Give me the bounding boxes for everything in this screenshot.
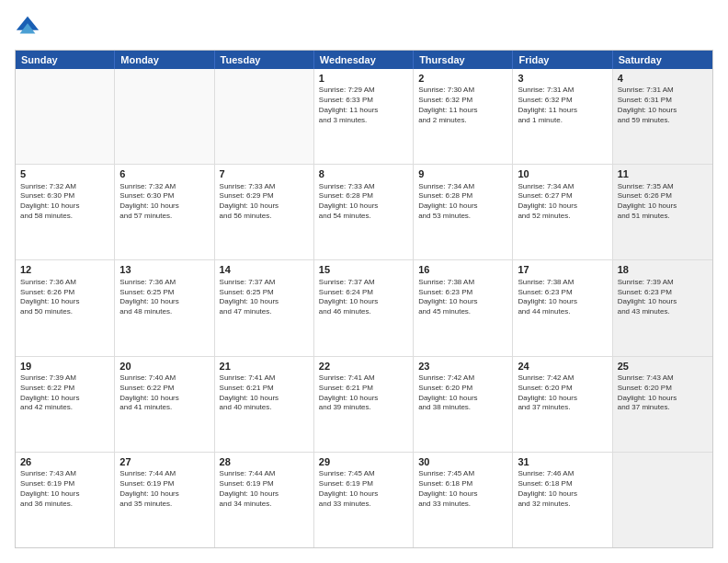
- calendar-day-30: 30Sunrise: 7:45 AM Sunset: 6:18 PM Dayli…: [414, 453, 513, 547]
- day-info: Sunrise: 7:31 AM Sunset: 6:32 PM Dayligh…: [518, 86, 607, 125]
- day-number: 26: [20, 455, 109, 468]
- day-info: Sunrise: 7:36 AM Sunset: 6:25 PM Dayligh…: [119, 278, 209, 317]
- day-info: Sunrise: 7:36 AM Sunset: 6:26 PM Dayligh…: [20, 278, 109, 317]
- day-info: Sunrise: 7:32 AM Sunset: 6:30 PM Dayligh…: [119, 182, 209, 222]
- calendar-day-15: 15Sunrise: 7:37 AM Sunset: 6:24 PM Dayli…: [314, 260, 414, 355]
- day-info: Sunrise: 7:39 AM Sunset: 6:23 PM Dayligh…: [618, 278, 708, 317]
- day-info: Sunrise: 7:34 AM Sunset: 6:27 PM Dayligh…: [518, 182, 607, 222]
- day-info: Sunrise: 7:42 AM Sunset: 6:20 PM Dayligh…: [418, 373, 507, 413]
- calendar-day-28: 28Sunrise: 7:44 AM Sunset: 6:19 PM Dayli…: [215, 453, 314, 547]
- day-info: Sunrise: 7:45 AM Sunset: 6:19 PM Dayligh…: [319, 469, 408, 509]
- day-number: 22: [319, 360, 408, 373]
- calendar-day-6: 6Sunrise: 7:32 AM Sunset: 6:30 PM Daylig…: [115, 165, 214, 259]
- day-number: 15: [319, 263, 408, 276]
- day-number: 30: [418, 455, 507, 468]
- calendar-day-22: 22Sunrise: 7:41 AM Sunset: 6:21 PM Dayli…: [314, 357, 414, 452]
- day-number: 8: [319, 167, 408, 180]
- day-info: Sunrise: 7:30 AM Sunset: 6:32 PM Dayligh…: [418, 86, 507, 125]
- day-number: 9: [418, 167, 507, 180]
- day-number: 14: [220, 263, 309, 276]
- day-number: 27: [119, 455, 209, 468]
- day-number: 24: [518, 360, 607, 373]
- calendar-row-0: 1Sunrise: 7:29 AM Sunset: 6:33 PM Daylig…: [16, 69, 712, 165]
- day-number: 31: [518, 455, 607, 468]
- day-number: 6: [119, 167, 209, 180]
- calendar-row-2: 12Sunrise: 7:36 AM Sunset: 6:26 PM Dayli…: [16, 260, 712, 356]
- day-number: 13: [119, 263, 209, 276]
- day-info: Sunrise: 7:37 AM Sunset: 6:25 PM Dayligh…: [220, 278, 309, 317]
- calendar-header: SundayMondayTuesdayWednesdayThursdayFrid…: [16, 51, 712, 69]
- day-info: Sunrise: 7:31 AM Sunset: 6:31 PM Dayligh…: [618, 86, 708, 125]
- calendar-day-5: 5Sunrise: 7:32 AM Sunset: 6:30 PM Daylig…: [16, 165, 115, 259]
- calendar-day-14: 14Sunrise: 7:37 AM Sunset: 6:25 PM Dayli…: [215, 260, 314, 355]
- weekday-header-tuesday: Tuesday: [215, 51, 314, 69]
- day-number: 19: [20, 360, 109, 373]
- calendar-day-21: 21Sunrise: 7:41 AM Sunset: 6:21 PM Dayli…: [215, 357, 314, 452]
- calendar-row-4: 26Sunrise: 7:43 AM Sunset: 6:19 PM Dayli…: [16, 453, 712, 547]
- day-number: 5: [20, 167, 109, 180]
- calendar-day-11: 11Sunrise: 7:35 AM Sunset: 6:26 PM Dayli…: [613, 165, 712, 259]
- calendar-day-29: 29Sunrise: 7:45 AM Sunset: 6:19 PM Dayli…: [314, 453, 414, 547]
- day-number: 29: [319, 455, 408, 468]
- calendar-day-20: 20Sunrise: 7:40 AM Sunset: 6:22 PM Dayli…: [115, 357, 214, 452]
- calendar-day-4: 4Sunrise: 7:31 AM Sunset: 6:31 PM Daylig…: [613, 69, 712, 164]
- day-info: Sunrise: 7:45 AM Sunset: 6:18 PM Dayligh…: [418, 469, 507, 509]
- calendar-row-1: 5Sunrise: 7:32 AM Sunset: 6:30 PM Daylig…: [16, 165, 712, 260]
- day-number: 16: [418, 263, 507, 276]
- calendar-empty-cell: [215, 69, 314, 164]
- calendar-day-9: 9Sunrise: 7:34 AM Sunset: 6:28 PM Daylig…: [414, 165, 513, 259]
- calendar-day-19: 19Sunrise: 7:39 AM Sunset: 6:22 PM Dayli…: [16, 357, 115, 452]
- day-info: Sunrise: 7:43 AM Sunset: 6:20 PM Dayligh…: [618, 373, 708, 413]
- day-number: 12: [20, 263, 109, 276]
- day-info: Sunrise: 7:32 AM Sunset: 6:30 PM Dayligh…: [20, 182, 109, 222]
- day-info: Sunrise: 7:35 AM Sunset: 6:26 PM Dayligh…: [618, 182, 708, 222]
- calendar-day-8: 8Sunrise: 7:33 AM Sunset: 6:28 PM Daylig…: [314, 165, 414, 259]
- day-info: Sunrise: 7:42 AM Sunset: 6:20 PM Dayligh…: [518, 373, 607, 413]
- day-info: Sunrise: 7:38 AM Sunset: 6:23 PM Dayligh…: [418, 278, 507, 317]
- day-info: Sunrise: 7:29 AM Sunset: 6:33 PM Dayligh…: [319, 86, 408, 125]
- day-info: Sunrise: 7:39 AM Sunset: 6:22 PM Dayligh…: [20, 373, 109, 413]
- day-info: Sunrise: 7:40 AM Sunset: 6:22 PM Dayligh…: [119, 373, 209, 413]
- calendar-day-23: 23Sunrise: 7:42 AM Sunset: 6:20 PM Dayli…: [414, 357, 513, 452]
- day-info: Sunrise: 7:41 AM Sunset: 6:21 PM Dayligh…: [220, 373, 309, 413]
- day-info: Sunrise: 7:44 AM Sunset: 6:19 PM Dayligh…: [220, 469, 309, 509]
- calendar-empty-cell: [16, 69, 115, 164]
- weekday-header-thursday: Thursday: [414, 51, 513, 69]
- weekday-header-saturday: Saturday: [613, 51, 712, 69]
- day-number: 1: [319, 72, 408, 85]
- day-number: 17: [518, 263, 607, 276]
- logo: [15, 15, 44, 40]
- day-number: 21: [220, 360, 309, 373]
- day-info: Sunrise: 7:33 AM Sunset: 6:29 PM Dayligh…: [220, 182, 309, 222]
- day-info: Sunrise: 7:38 AM Sunset: 6:23 PM Dayligh…: [518, 278, 607, 317]
- calendar-day-25: 25Sunrise: 7:43 AM Sunset: 6:20 PM Dayli…: [613, 357, 712, 452]
- calendar-body: 1Sunrise: 7:29 AM Sunset: 6:33 PM Daylig…: [16, 69, 712, 547]
- calendar-day-2: 2Sunrise: 7:30 AM Sunset: 6:32 PM Daylig…: [414, 69, 513, 164]
- calendar-day-17: 17Sunrise: 7:38 AM Sunset: 6:23 PM Dayli…: [513, 260, 612, 355]
- day-number: 2: [418, 72, 507, 85]
- day-number: 28: [220, 455, 309, 468]
- calendar-day-31: 31Sunrise: 7:46 AM Sunset: 6:18 PM Dayli…: [513, 453, 612, 547]
- calendar-day-26: 26Sunrise: 7:43 AM Sunset: 6:19 PM Dayli…: [16, 453, 115, 547]
- calendar-day-10: 10Sunrise: 7:34 AM Sunset: 6:27 PM Dayli…: [513, 165, 612, 259]
- calendar-day-13: 13Sunrise: 7:36 AM Sunset: 6:25 PM Dayli…: [115, 260, 214, 355]
- day-number: 10: [518, 167, 607, 180]
- weekday-header-sunday: Sunday: [16, 51, 115, 69]
- weekday-header-friday: Friday: [513, 51, 612, 69]
- calendar-day-24: 24Sunrise: 7:42 AM Sunset: 6:20 PM Dayli…: [513, 357, 612, 452]
- calendar-day-3: 3Sunrise: 7:31 AM Sunset: 6:32 PM Daylig…: [513, 69, 612, 164]
- calendar-day-1: 1Sunrise: 7:29 AM Sunset: 6:33 PM Daylig…: [314, 69, 414, 164]
- day-info: Sunrise: 7:34 AM Sunset: 6:28 PM Dayligh…: [418, 182, 507, 222]
- day-info: Sunrise: 7:37 AM Sunset: 6:24 PM Dayligh…: [319, 278, 408, 317]
- calendar-day-7: 7Sunrise: 7:33 AM Sunset: 6:29 PM Daylig…: [215, 165, 314, 259]
- day-number: 20: [119, 360, 209, 373]
- calendar-day-18: 18Sunrise: 7:39 AM Sunset: 6:23 PM Dayli…: [613, 260, 712, 355]
- day-info: Sunrise: 7:41 AM Sunset: 6:21 PM Dayligh…: [319, 373, 408, 413]
- calendar-empty-cell: [613, 453, 712, 547]
- day-number: 3: [518, 72, 607, 85]
- day-info: Sunrise: 7:43 AM Sunset: 6:19 PM Dayligh…: [20, 469, 109, 509]
- day-number: 18: [618, 263, 708, 276]
- calendar: SundayMondayTuesdayWednesdayThursdayFrid…: [15, 50, 713, 548]
- day-number: 4: [618, 72, 708, 85]
- logo-icon: [15, 15, 40, 40]
